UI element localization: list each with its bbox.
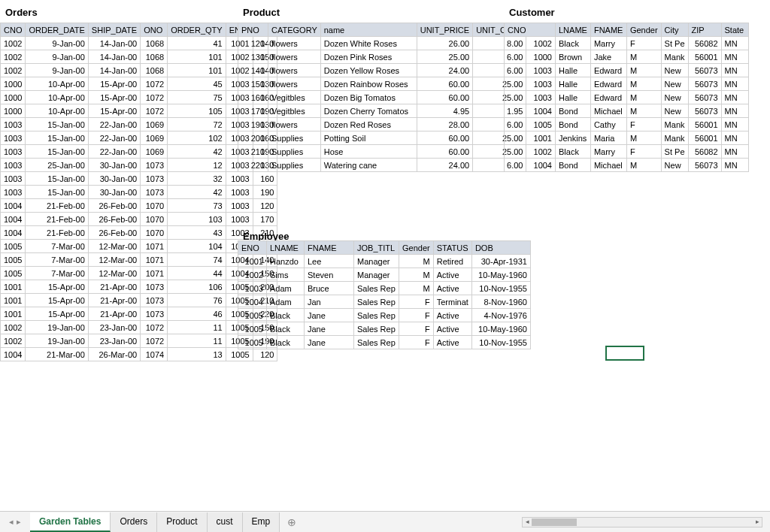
customer-table[interactable]: CNOLNAMEFNAMEGenderCityZIPState1002Black… [504, 23, 749, 172]
table-row[interactable]: 1004BondMichaelMNew56073MN [505, 159, 749, 172]
cell[interactable]: 21-Feb-00 [26, 226, 88, 240]
cell[interactable]: 72 [168, 118, 226, 131]
cell[interactable]: Halle [556, 77, 591, 91]
sheet-tab[interactable]: Orders [111, 512, 157, 532]
tabs-nav[interactable]: ◂ ▸ [0, 517, 30, 527]
cell[interactable]: Adam [267, 282, 305, 295]
cell[interactable]: 1073 [141, 294, 168, 307]
cell[interactable]: F [626, 37, 661, 50]
table-row[interactable]: 100115-Apr-0021-Apr-0010731061005200 [1, 280, 277, 294]
table-row[interactable]: 150flowersDozen Rainbow Roses60.0025.00 [238, 77, 526, 91]
table-row[interactable]: 100421-Feb-0026-Feb-001070431003210 [1, 226, 277, 240]
cell[interactable]: 26-Feb-00 [88, 226, 140, 240]
cell[interactable]: 1002 [1, 50, 26, 64]
cell[interactable]: Active [433, 309, 471, 322]
cell[interactable]: Adam [267, 295, 305, 309]
cell[interactable]: Vegitbles [268, 104, 321, 118]
cell[interactable]: 15-Jan-00 [26, 118, 88, 131]
cell[interactable]: Sales Rep [354, 336, 399, 349]
cell[interactable]: Dozen Red Roses [320, 118, 417, 131]
cell[interactable]: 56001 [688, 131, 721, 145]
col-header[interactable]: SHIP_DATE [88, 23, 140, 37]
cell[interactable]: Edward [590, 64, 626, 77]
cell[interactable]: F [626, 145, 661, 159]
cell[interactable]: 1002 [505, 145, 556, 159]
cell[interactable]: 1073 [141, 159, 168, 172]
table-row[interactable]: 100115-Apr-0021-Apr-001073761005210 [1, 294, 277, 307]
cell[interactable]: 15-Apr-00 [88, 104, 140, 118]
table-row[interactable]: 1003HalleEdwardMNew56073MN [505, 77, 749, 91]
cell[interactable]: 1004 [1, 199, 26, 213]
cell[interactable]: Watering cane [320, 159, 417, 172]
cell[interactable]: 140 [238, 64, 268, 77]
scroll-left-icon[interactable]: ◂ [523, 518, 532, 527]
cell[interactable]: 1073 [141, 280, 168, 294]
cell[interactable]: Jan [305, 295, 354, 309]
table-row[interactable]: 10057-Mar-0012-Mar-001071441004150 [1, 267, 277, 280]
table-row[interactable]: 1002SimsStevenManagerMActive10-May-1960 [238, 268, 531, 282]
cell[interactable]: 30-Jan-00 [88, 159, 140, 172]
cell[interactable]: 1005 [1, 240, 26, 253]
cell[interactable]: 150 [238, 77, 268, 91]
cell[interactable]: MN [721, 64, 748, 77]
cell[interactable]: M [626, 50, 661, 64]
cell[interactable]: 1005 [226, 348, 253, 361]
cell[interactable]: Steven [305, 268, 354, 282]
cell[interactable]: Jane [305, 309, 354, 322]
cell[interactable]: Sales Rep [354, 309, 399, 322]
cell[interactable]: 1000 [505, 50, 556, 64]
cell[interactable]: 44 [168, 267, 226, 280]
col-header[interactable]: DOB [471, 241, 530, 255]
cell[interactable]: 210 [238, 145, 268, 159]
col-header[interactable]: LNAME [267, 241, 305, 255]
cell[interactable]: 42 [168, 145, 226, 159]
cell[interactable]: 1072 [141, 91, 168, 104]
cell[interactable]: 15-Apr-00 [88, 91, 140, 104]
cell[interactable]: 101 [168, 64, 226, 77]
table-row[interactable]: 1000BrownJakeMMank56001MN [505, 50, 749, 64]
cell[interactable]: 42 [168, 186, 226, 199]
table-row[interactable]: 10057-Mar-0012-Mar-0010711041004190 [1, 240, 277, 253]
cell[interactable]: 60.00 [417, 131, 472, 145]
cell[interactable]: 22-Jan-00 [88, 118, 140, 131]
cell[interactable]: New [661, 159, 688, 172]
cell[interactable]: 1002 [1, 334, 26, 348]
table-row[interactable]: 200SuppliesPotting Soil60.0025.00 [238, 131, 526, 145]
cell[interactable]: New [661, 77, 688, 91]
cell[interactable]: 22-Jan-00 [88, 131, 140, 145]
cell[interactable]: 1003 [226, 186, 253, 199]
cell[interactable]: 160 [238, 91, 268, 104]
cell[interactable]: flowers [268, 77, 321, 91]
cell[interactable]: Retired [433, 255, 471, 268]
cell[interactable]: 1068 [141, 37, 168, 50]
cell[interactable]: 10-Apr-00 [26, 104, 88, 118]
cell[interactable]: 11 [168, 321, 226, 334]
col-header[interactable]: City [661, 23, 688, 37]
table-row[interactable]: 1005BlackJaneSales RepFActive10-May-1960 [238, 322, 531, 336]
cell[interactable]: 15-Jan-00 [26, 131, 88, 145]
table-row[interactable]: 1004BondMichaelMNew56073MN [505, 104, 749, 118]
cell[interactable]: Bruce [305, 282, 354, 295]
cell[interactable]: 1003 [505, 91, 556, 104]
table-row[interactable]: 10029-Jan-0014-Jan-001068411001140 [1, 37, 277, 50]
cell[interactable]: 56073 [688, 104, 721, 118]
cell[interactable]: 21-Feb-00 [26, 199, 88, 213]
scroll-right-icon[interactable]: ▸ [753, 518, 762, 527]
sheet-tab[interactable]: Emp [243, 512, 280, 532]
cell[interactable]: 4-Nov-1976 [471, 309, 530, 322]
col-header[interactable]: CATEGORY [268, 23, 321, 37]
cell[interactable]: 10-May-1960 [471, 322, 530, 336]
table-row[interactable]: 1003AdamBruceSales RepMActive10-Nov-1955 [238, 282, 531, 295]
cell[interactable]: Maria [590, 131, 626, 145]
cell[interactable]: 1072 [141, 104, 168, 118]
table-row[interactable]: 220SuppliesWatering cane24.006.00 [238, 159, 526, 172]
table-row[interactable]: 100421-Mar-0026-Mar-001074131005120 [1, 348, 277, 361]
table-row[interactable]: 1002BlackMarryFSt Pe56082MN [505, 145, 749, 159]
cell[interactable]: 15-Apr-00 [26, 307, 88, 321]
cell[interactable]: Sales Rep [354, 295, 399, 309]
cell[interactable]: MN [721, 77, 748, 91]
cell[interactable]: 1068 [141, 50, 168, 64]
cell[interactable]: 7-Mar-00 [26, 267, 88, 280]
sheet-tab[interactable]: Product [157, 512, 207, 532]
table-row[interactable]: 1005BlackJaneSales RepFActive4-Nov-1976 [238, 309, 531, 322]
